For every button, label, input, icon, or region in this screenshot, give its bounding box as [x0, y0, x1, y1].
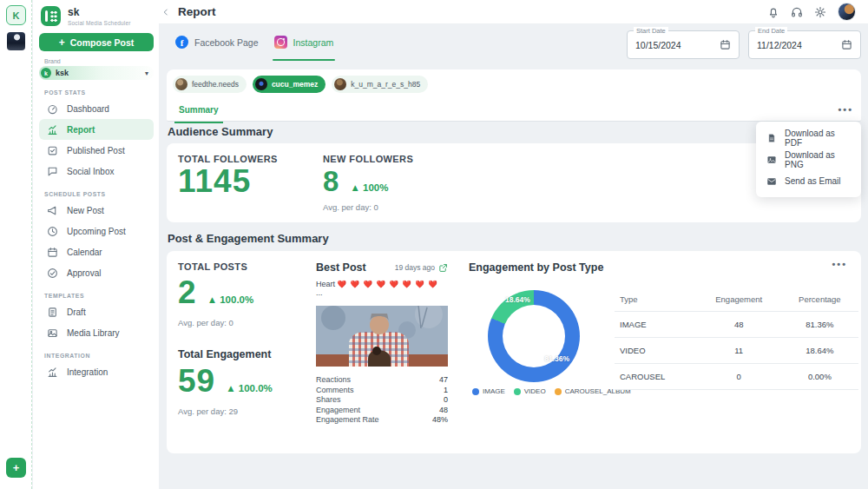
- sidebar-item-label: Draft: [67, 307, 86, 317]
- best-post-stat-row: Reactions47: [316, 375, 448, 386]
- sidebar-item-published-post[interactable]: Published Post: [39, 140, 154, 161]
- clock-icon: [47, 226, 58, 237]
- sidebar-item-integration[interactable]: Integration: [39, 361, 154, 382]
- best-post-stat-row: Comments1: [316, 386, 448, 396]
- add-workspace-button[interactable]: +: [6, 458, 26, 478]
- report-menu-dots[interactable]: •••: [838, 105, 853, 114]
- report-icon: [47, 124, 58, 135]
- total-posts-delta: ▲ 100.0%: [207, 294, 254, 305]
- sidebar-item-label: Report: [67, 125, 95, 135]
- report-content: f Facebook Page Instagram Start Date 10/…: [159, 24, 868, 489]
- engagement-menu-dots[interactable]: •••: [832, 260, 847, 268]
- sidebar-item-report[interactable]: Report: [39, 119, 154, 140]
- account-avatar: [255, 78, 267, 90]
- account-name: k_u_m_a_r_e_s_h85: [351, 80, 420, 89]
- section-title-templates: TEMPLATES: [44, 293, 154, 299]
- start-date-input[interactable]: Start Date 10/15/2024: [627, 30, 740, 59]
- start-date-value: 10/15/2024: [635, 40, 720, 50]
- menu-item-send-email[interactable]: Send as Email: [756, 170, 861, 192]
- sidebar-item-label: Published Post: [67, 146, 125, 155]
- sidebar-item-social-inbox[interactable]: Social Inbox: [39, 161, 154, 182]
- tab-summary[interactable]: Summary: [174, 105, 223, 123]
- chart-legend: IMAGE VIDEO CAROUSEL_ALBUM: [472, 387, 631, 395]
- calendar-icon[interactable]: [841, 39, 852, 50]
- total-engagement-avg: Avg. per day: 29: [178, 406, 308, 416]
- tab-label: Facebook Page: [194, 37, 259, 48]
- account-chip-cucumemez[interactable]: cucu_memez: [253, 76, 326, 93]
- audience-summary-heading: Audience Summary: [168, 125, 273, 138]
- tab-facebook-page[interactable]: f Facebook Page: [168, 30, 266, 63]
- integration-icon: [47, 367, 58, 378]
- sidebar-item-label: Calendar: [67, 248, 102, 257]
- total-engagement-value: 59: [178, 363, 215, 399]
- calendar-icon: [47, 247, 58, 258]
- sidebar-item-draft[interactable]: Draft: [39, 301, 154, 322]
- best-post-stat-row: Shares0: [316, 395, 448, 406]
- bell-icon[interactable]: [767, 6, 779, 18]
- plus-icon: +: [59, 36, 65, 49]
- app-title: sk: [68, 7, 131, 17]
- sidebar-item-label: Approval: [67, 268, 101, 278]
- new-followers-value: 8: [323, 165, 339, 197]
- menu-item-download-png[interactable]: Download as PNG: [756, 149, 861, 170]
- gear-icon[interactable]: [814, 6, 826, 18]
- user-avatar[interactable]: [838, 3, 856, 21]
- account-chip-kumaresh[interactable]: k_u_m_a_r_e_s_h85: [332, 76, 428, 93]
- brand-label: Brand: [44, 58, 154, 64]
- headphones-icon[interactable]: [791, 6, 803, 18]
- account-chips-card: feedthe.needs cucu_memez k_u_m_a_r_e_s_h…: [167, 69, 861, 98]
- compose-post-button[interactable]: + Compose Post: [39, 33, 154, 51]
- end-date-input[interactable]: End Date 11/12/2024: [748, 30, 861, 59]
- published-post-icon: [47, 145, 58, 156]
- sidebar-item-calendar[interactable]: Calendar: [39, 241, 154, 262]
- engagement-by-type-title: Engagement by Post Type: [469, 261, 603, 274]
- sidebar-item-upcoming-post[interactable]: Upcoming Post: [39, 221, 154, 241]
- total-posts-label: TOTAL POSTS: [178, 261, 308, 272]
- total-engagement-label: Total Engagement: [178, 348, 308, 360]
- dashboard-icon: [47, 103, 58, 115]
- sidebar-item-new-post[interactable]: New Post: [39, 200, 154, 221]
- new-followers-avg: Avg. per day: 0: [323, 202, 413, 212]
- sidebar-item-dashboard[interactable]: Dashboard: [39, 98, 154, 119]
- engagement-table: Type Engagement Percentage IMAGE4881.36%…: [615, 287, 858, 390]
- total-posts-value: 2: [178, 274, 197, 310]
- export-menu: Download as PDF Download as PNG Send as …: [756, 122, 861, 197]
- brand-select[interactable]: k ksk ▾: [39, 66, 154, 80]
- sidebar-item-label: Integration: [67, 367, 108, 377]
- calendar-icon[interactable]: [720, 39, 731, 50]
- sidebar-item-label: Dashboard: [67, 104, 109, 114]
- end-date-value: 11/12/2024: [757, 40, 841, 50]
- app-subtitle: Social Media Scheduler: [68, 20, 131, 26]
- best-post-title: Best Post: [316, 261, 366, 274]
- donut-label-image: 81.36%: [544, 354, 569, 363]
- draft-icon: [47, 307, 58, 318]
- workspace-switcher-active[interactable]: K: [6, 5, 26, 25]
- table-row: IMAGE4881.36%: [615, 312, 858, 338]
- account-name: feedthe.needs: [192, 80, 239, 89]
- donut-label-video: 18.64%: [505, 295, 530, 304]
- section-title-integration: INTEGRATION: [44, 353, 154, 359]
- sidebar-item-label: Media Library: [67, 328, 120, 338]
- sidebar-item-media-library[interactable]: Media Library: [39, 322, 154, 343]
- sidebar-item-label: Upcoming Post: [67, 227, 126, 236]
- app-logo-icon: [41, 6, 61, 26]
- tab-instagram[interactable]: Instagram: [266, 30, 342, 63]
- post-engagement-card: TOTAL POSTS 2 ▲ 100.0% Avg. per day: 0 T…: [167, 251, 861, 453]
- menu-item-label: Download as PDF: [785, 129, 851, 148]
- account-name: cucu_memez: [272, 80, 318, 89]
- megaphone-icon: [47, 205, 58, 216]
- sidebar-item-approval[interactable]: Approval: [39, 262, 154, 283]
- workspace-avatar[interactable]: [7, 32, 25, 50]
- table-row: CAROUSEL00.00%: [615, 364, 858, 390]
- page-title: Report: [178, 5, 216, 18]
- best-post-image[interactable]: [316, 306, 448, 367]
- column-header-engagement: Engagement: [697, 287, 781, 312]
- menu-item-download-pdf[interactable]: Download as PDF: [756, 127, 861, 149]
- total-posts-avg: Avg. per day: 0: [178, 318, 308, 327]
- facebook-icon: f: [175, 36, 188, 49]
- collapse-sidebar-icon[interactable]: [161, 7, 171, 17]
- donut-chart[interactable]: [488, 290, 580, 382]
- tab-label: Instagram: [293, 37, 334, 48]
- external-link-icon[interactable]: [438, 263, 448, 273]
- account-chip-feedtheneeds[interactable]: feedthe.needs: [173, 76, 247, 93]
